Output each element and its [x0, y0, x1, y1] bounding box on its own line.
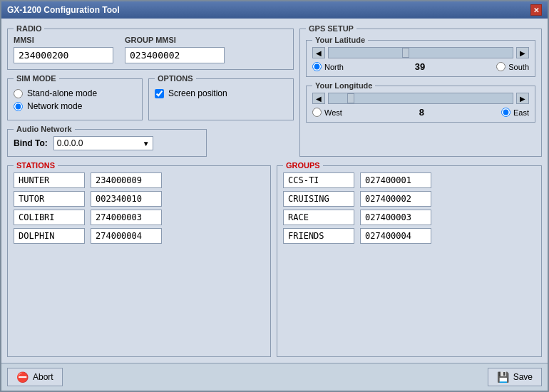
latitude-slider-row: ◀ ▶ [312, 47, 529, 58]
stations-fieldset: STATIONS HUNTER 234000009 TUTOR 00234001… [7, 161, 271, 357]
latitude-slider-track[interactable] [328, 47, 513, 58]
bind-to-label: Bind To: [14, 138, 48, 148]
station-row-0: HUNTER 234000009 [14, 172, 265, 188]
gps-legend: GPS SETUP [306, 24, 356, 33]
station-id-1: 002340010 [91, 191, 162, 207]
network-radio[interactable] [14, 102, 23, 111]
station-row-2: COLIBRI 274000003 [14, 210, 265, 225]
station-name-3: DOLPHIN [14, 228, 85, 244]
screen-position-label[interactable]: Screen position [168, 88, 227, 98]
station-name-2: COLIBRI [14, 210, 85, 225]
mmsi-group: MMSI [14, 36, 113, 63]
latitude-value: 39 [349, 61, 491, 72]
east-option[interactable]: East [501, 108, 529, 117]
station-id-2: 274000003 [91, 210, 162, 225]
close-button[interactable]: ✕ [530, 4, 542, 16]
station-row-1: TUTOR 002340010 [14, 191, 265, 207]
group-name-3: FRIENDS [283, 228, 354, 244]
north-label: North [324, 63, 344, 71]
group-mmsi-input[interactable] [125, 47, 225, 63]
longitude-slider-thumb [347, 93, 354, 103]
bind-to-dropdown[interactable]: 0.0.0.0 ▼ [53, 136, 153, 150]
options-legend: OPTIONS [155, 74, 196, 83]
save-icon: 💾 [497, 371, 509, 383]
standalone-radio[interactable] [14, 89, 23, 98]
standalone-label[interactable]: Stand-alone mode [27, 88, 97, 98]
standalone-option: Stand-alone mode [14, 88, 136, 98]
main-content: RADIO MMSI GROUP MMSI [1, 19, 548, 363]
group-id-0: 027400001 [360, 172, 431, 188]
radio-fieldset: RADIO MMSI GROUP MMSI [7, 24, 294, 70]
group-id-3: 027400004 [360, 228, 431, 244]
group-row-3: FRIENDS 027400004 [283, 228, 535, 244]
groups-fieldset: GROUPS CCS-TI 027400001 CRUISING 0274000… [277, 161, 542, 357]
network-label[interactable]: Network mode [27, 101, 82, 111]
groups-grid: CCS-TI 027400001 CRUISING 027400002 RACE… [283, 172, 535, 244]
main-window: GX-1200 Configuration Tool ✕ RADIO MMSI [0, 0, 549, 392]
radio-legend: RADIO [14, 24, 44, 33]
window-title: GX-1200 Configuration Tool [7, 5, 120, 15]
longitude-slider-row: ◀ ▶ [312, 93, 529, 104]
footer: ⛔ Abort 💾 Save [1, 363, 548, 391]
left-panels: RADIO MMSI GROUP MMSI [7, 24, 294, 157]
group-row-0: CCS-TI 027400001 [283, 172, 535, 188]
group-id-2: 027400003 [360, 210, 431, 225]
top-panels: RADIO MMSI GROUP MMSI [7, 24, 542, 157]
latitude-fieldset: Your Latitude ◀ ▶ North [306, 36, 535, 77]
save-label: Save [513, 372, 533, 382]
group-row-1: CRUISING 027400002 [283, 191, 535, 207]
west-option[interactable]: West [312, 108, 342, 117]
bind-row: Bind To: 0.0.0.0 ▼ [14, 136, 200, 150]
latitude-slider-thumb [402, 48, 409, 58]
station-id-0: 234000009 [91, 172, 162, 188]
station-name-0: HUNTER [14, 172, 85, 188]
abort-icon: ⛔ [16, 371, 29, 383]
group-name-1: CRUISING [283, 191, 354, 207]
save-button[interactable]: 💾 Save [488, 368, 542, 386]
west-label: West [324, 108, 342, 117]
options-fieldset: OPTIONS Screen position [148, 74, 294, 120]
latitude-left-btn[interactable]: ◀ [312, 47, 325, 58]
longitude-value: 8 [348, 107, 496, 118]
screen-position-checkbox[interactable] [155, 89, 164, 98]
west-radio[interactable] [312, 108, 322, 117]
gps-fieldset: GPS SETUP Your Latitude ◀ ▶ [299, 24, 542, 157]
south-option[interactable]: South [496, 62, 529, 71]
mmsi-label: MMSI [14, 36, 113, 44]
longitude-slider-track[interactable] [328, 93, 513, 104]
longitude-right-btn[interactable]: ▶ [516, 93, 529, 104]
screen-position-option: Screen position [155, 88, 287, 98]
sim-options-row: SIM MODE Stand-alone mode Network mode O… [7, 74, 294, 120]
stations-grid: HUNTER 234000009 TUTOR 002340010 COLIBRI… [14, 172, 265, 244]
station-name-1: TUTOR [14, 191, 85, 207]
title-bar: GX-1200 Configuration Tool ✕ [1, 1, 548, 19]
longitude-left-btn[interactable]: ◀ [312, 93, 325, 104]
group-row-2: RACE 027400003 [283, 210, 535, 225]
group-name-2: RACE [283, 210, 354, 225]
dropdown-arrow-icon: ▼ [143, 140, 150, 148]
longitude-fieldset: Your Longitude ◀ ▶ West [306, 81, 535, 123]
groups-legend: GROUPS [283, 161, 323, 170]
audio-network-legend: Audio Network [14, 125, 75, 133]
latitude-right-btn[interactable]: ▶ [516, 47, 529, 58]
stations-legend: STATIONS [14, 161, 58, 170]
sim-mode-legend: SIM MODE [14, 74, 59, 83]
longitude-radio-row: West 8 East [312, 107, 529, 118]
station-row-3: DOLPHIN 274000004 [14, 228, 265, 244]
sim-mode-fieldset: SIM MODE Stand-alone mode Network mode [7, 74, 143, 120]
east-radio[interactable] [501, 108, 510, 117]
latitude-legend: Your Latitude [312, 36, 368, 44]
longitude-legend: Your Longitude [312, 81, 375, 90]
dropdown-value: 0.0.0.0 [57, 138, 83, 148]
mmsi-input[interactable] [14, 47, 113, 63]
bottom-section: STATIONS HUNTER 234000009 TUTOR 00234001… [7, 161, 542, 357]
north-radio[interactable] [312, 62, 322, 71]
gps-inner: Your Latitude ◀ ▶ North [306, 36, 535, 123]
abort-button[interactable]: ⛔ Abort [7, 368, 63, 386]
network-option: Network mode [14, 101, 136, 111]
group-name-0: CCS-TI [283, 172, 354, 188]
north-option[interactable]: North [312, 62, 344, 71]
abort-label: Abort [33, 372, 53, 382]
latitude-radio-row: North 39 South [312, 61, 529, 72]
south-radio[interactable] [496, 62, 506, 71]
